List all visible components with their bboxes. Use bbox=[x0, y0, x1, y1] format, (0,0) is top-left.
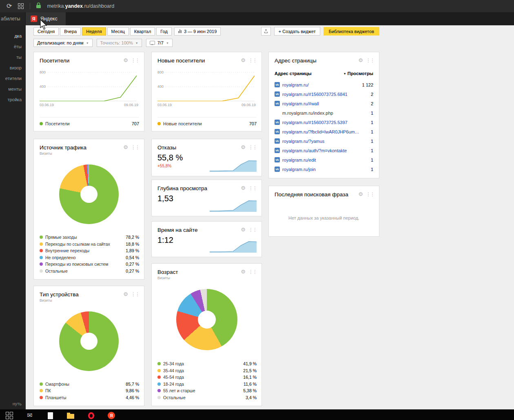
widget-settings-icon[interactable]: ⚙ bbox=[123, 291, 128, 297]
legend-value: 0,27 % bbox=[126, 269, 139, 273]
empty-state-message: Нет данных за указанный период. bbox=[269, 216, 379, 220]
period-button[interactable]: Вчера bbox=[60, 27, 81, 36]
url-link[interactable]: royalgram.ru/edit bbox=[282, 158, 316, 162]
widget-settings-icon[interactable]: ⚙ bbox=[241, 144, 246, 150]
sidebar-collapse[interactable]: нуть bbox=[13, 401, 22, 406]
legend-value: 0,54 % bbox=[126, 255, 139, 260]
url-link[interactable]: royalgram.ru/#wall bbox=[282, 101, 319, 106]
export-button[interactable] bbox=[261, 27, 271, 36]
widget-settings-icon[interactable]: ⚙ bbox=[241, 58, 246, 63]
widget-settings-icon[interactable]: ⚙ bbox=[241, 185, 246, 191]
legend-value: 78,2 % bbox=[126, 235, 139, 240]
table-row: vkroyalgram.ru/1 122 bbox=[269, 80, 379, 89]
legend-item: Переходы по ссылкам на сайтах18,8 % bbox=[40, 241, 139, 248]
widget-title: Новые посетители bbox=[157, 58, 205, 64]
speed-dial-icon[interactable] bbox=[18, 3, 24, 9]
widget-drag-handle-icon[interactable]: ⋮⋮ bbox=[248, 186, 257, 191]
widget-settings-icon[interactable]: ⚙ bbox=[241, 227, 246, 232]
create-widget-button[interactable]: + Создать виджет bbox=[274, 27, 320, 36]
age-donut-chart bbox=[176, 289, 237, 350]
widget-drag-handle-icon[interactable]: ⋮⋮ bbox=[366, 192, 374, 197]
sidebar-item[interactable]: ёты bbox=[0, 43, 26, 50]
tab-partial[interactable]: абилеты bbox=[0, 12, 26, 25]
widget-drag-handle-icon[interactable]: ⋮⋮ bbox=[248, 145, 257, 150]
widget-drag-handle-icon[interactable]: ⋮⋮ bbox=[248, 227, 257, 232]
url-table-body: vkroyalgram.ru/1 122vkroyalgram.ru/#1560… bbox=[269, 80, 379, 174]
sidebar-item[interactable]: визор bbox=[0, 64, 26, 71]
new-visitors-line-chart bbox=[157, 69, 255, 101]
views-count: 2 bbox=[368, 92, 373, 97]
mail-app-icon[interactable]: ✉ bbox=[25, 411, 34, 420]
widget-drag-handle-icon[interactable]: ⋮⋮ bbox=[131, 58, 139, 63]
tab-label: Яндекс bbox=[40, 16, 58, 22]
table-header: Адрес страницы ▼ Просмотры bbox=[275, 71, 373, 80]
address-bar[interactable]: metrika.yandex.ru/dashboard bbox=[47, 3, 114, 9]
legend-label: ПК bbox=[45, 388, 51, 393]
widget-search-phrase: Последняя поисковая фраза ⚙ ⋮⋮ Нет данны… bbox=[268, 186, 379, 237]
widget-library-button[interactable]: Библиотека виджетов bbox=[323, 27, 379, 36]
sidebar-item[interactable]: дка bbox=[0, 33, 26, 40]
legend-dot bbox=[40, 382, 43, 386]
widget-settings-icon[interactable]: ⚙ bbox=[358, 58, 363, 63]
notepad-app-icon[interactable] bbox=[46, 411, 55, 420]
widget-settings-icon[interactable]: ⚙ bbox=[358, 191, 363, 197]
widget-settings-icon[interactable]: ⚙ bbox=[123, 58, 128, 63]
column-url[interactable]: Адрес страницы bbox=[275, 71, 312, 76]
sidebar-item[interactable]: менты bbox=[0, 86, 26, 93]
widget-settings-icon[interactable]: ⚙ bbox=[123, 144, 128, 150]
url-link[interactable]: royalgram.ru/#1560073725.5397 bbox=[282, 120, 348, 125]
url-link[interactable]: royalgram.ru/auth/?m=vkontakte bbox=[282, 148, 347, 153]
refresh-icon[interactable]: ⟳ bbox=[7, 3, 12, 9]
legend-value: 1,89 % bbox=[126, 248, 139, 253]
legend-value: 5,38 % bbox=[243, 388, 257, 393]
widget-visitors: Посетители ⚙ ⋮⋮ 800 400 03.06.19 09.06.1… bbox=[33, 52, 144, 131]
sidebar-item[interactable]: тройка bbox=[0, 96, 26, 103]
date-range-button[interactable]: 3 — 9 июн 2019 bbox=[174, 27, 221, 36]
widget-drag-handle-icon[interactable]: ⋮⋮ bbox=[131, 145, 139, 150]
url-link[interactable]: royalgram.ru/join bbox=[282, 167, 316, 172]
legend-value: 41,9 % bbox=[243, 361, 257, 366]
yandex-browser-icon[interactable]: Я bbox=[107, 411, 116, 420]
legend-item: 18-24 года11,6 % bbox=[157, 381, 257, 388]
url-link[interactable]: m.royalgram.ru/index.php bbox=[282, 111, 333, 116]
detalization-select[interactable]: Детализация: по дням ▼ bbox=[33, 39, 93, 47]
legend-label: Остальные bbox=[163, 395, 186, 400]
tab-yandex[interactable]: Я Яндекс bbox=[26, 12, 66, 25]
file-explorer-icon[interactable] bbox=[66, 411, 75, 420]
table-row: m.royalgram.ru/index.php1 bbox=[269, 108, 379, 118]
sidebar-item[interactable]: етители bbox=[0, 75, 26, 82]
widget-drag-handle-icon[interactable]: ⋮⋮ bbox=[248, 269, 257, 274]
url-link[interactable]: royalgram.ru/?yamus bbox=[282, 139, 324, 144]
accuracy-select[interactable]: Точность: 100% ▼ bbox=[97, 39, 142, 47]
legend-dot bbox=[40, 396, 43, 399]
sidebar-item[interactable]: ты bbox=[0, 54, 26, 61]
url-link[interactable]: royalgram.ru/ bbox=[282, 82, 309, 87]
opera-browser-icon[interactable] bbox=[86, 411, 95, 420]
widget-drag-handle-icon[interactable]: ⋮⋮ bbox=[366, 58, 374, 63]
devices-donut-chart bbox=[59, 311, 119, 371]
legend-value: 21,5 % bbox=[243, 368, 257, 373]
period-button[interactable]: Неделя bbox=[82, 27, 106, 36]
widget-drag-handle-icon[interactable]: ⋮⋮ bbox=[131, 292, 139, 297]
legend-label: Переходы по ссылкам на сайтах bbox=[45, 242, 110, 247]
goals-select[interactable]: 7/7 ▼ bbox=[146, 39, 173, 47]
url-link[interactable]: royalgram.ru/?fbclid=IwAR0JHP6umy... bbox=[282, 129, 360, 134]
views-count: 1 bbox=[368, 158, 373, 162]
column-views[interactable]: ▼ Просмотры bbox=[343, 71, 373, 76]
widget-settings-icon[interactable]: ⚙ bbox=[241, 269, 246, 274]
period-button[interactable]: Год bbox=[156, 27, 172, 36]
widget-header: Новые посетители ⚙ ⋮⋮ bbox=[152, 52, 261, 64]
widget-header: Отказы ⚙ ⋮⋮ bbox=[152, 139, 261, 151]
chart-area: 800 400 bbox=[40, 69, 138, 101]
start-button[interactable] bbox=[5, 411, 14, 420]
widget-drag-handle-icon[interactable]: ⋮⋮ bbox=[248, 58, 257, 63]
period-button[interactable]: Квартал bbox=[130, 27, 155, 36]
views-count: 1 bbox=[368, 111, 373, 116]
yandex-logo-icon: Я bbox=[31, 16, 37, 22]
filters-row: Детализация: по дням ▼ Точность: 100% ▼ … bbox=[33, 39, 173, 47]
legend-item: Планшеты4,46 % bbox=[40, 394, 139, 401]
url-prefix: metrika. bbox=[47, 3, 65, 9]
url-link[interactable]: royalgram.ru/#1560073725.6841 bbox=[282, 92, 348, 97]
period-button[interactable]: Сегодня bbox=[33, 27, 59, 36]
period-button[interactable]: Месяц bbox=[107, 27, 129, 36]
